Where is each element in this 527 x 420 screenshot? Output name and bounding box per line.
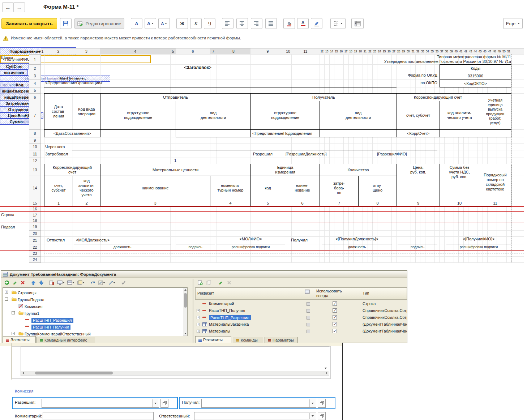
- sheet-cell-okud-value[interactable]: 0315006: [440, 72, 511, 80]
- properties-button[interactable]: [48, 279, 55, 286]
- sheet-cell-m-matval[interactable]: Материальные ценности: [100, 164, 251, 176]
- col-header-27[interactable]: 27: [391, 48, 397, 54]
- sheet-cell-v-empty3[interactable]: [440, 129, 479, 137]
- col-header-use-always[interactable]: Использовать всегда: [316, 289, 356, 299]
- sheet-cell-colnum-5[interactable]: 5: [250, 200, 285, 206]
- col-header-41[interactable]: 41: [458, 48, 463, 54]
- col-header-7[interactable]: 7: [210, 48, 217, 54]
- otvetstvennyi-open-button[interactable]: [318, 412, 326, 420]
- sheet-cell-colnum-3[interactable]: 3: [100, 200, 210, 206]
- sheet-cell-allowed-fio[interactable]: [РазрешилФИО]: [377, 152, 435, 157]
- sheet-cell-h-activ2[interactable]: вид деятельности: [320, 101, 397, 130]
- section-label-Шапка[interactable]: Шапка: [1, 55, 13, 60]
- add-attribute-button[interactable]: [197, 279, 204, 286]
- tree-scrollbar[interactable]: [183, 288, 187, 336]
- col-header-8[interactable]: 8: [217, 48, 251, 54]
- col-header-29[interactable]: 29: [401, 48, 406, 54]
- sheet-cell-lbl-pos1[interactable]: должность: [74, 245, 171, 249]
- col-header-15[interactable]: 15: [334, 48, 339, 54]
- delete-attribute-button[interactable]: [226, 279, 233, 286]
- section-label-Строка[interactable]: Строка: [1, 213, 14, 217]
- sheet-cell-m-unit[interactable]: Единица измерения: [250, 164, 320, 176]
- sheet-cell-v-date[interactable]: <ДатаСоставления>: [44, 129, 100, 137]
- sheet-cell-colnum-10[interactable]: 10: [440, 200, 479, 206]
- sheet-cell-colnum-4[interactable]: 4: [210, 200, 251, 206]
- dialog-titlebar[interactable]: Документ ТребованиеНакладная: ФормаДокум…: [1, 271, 407, 278]
- col-header-25[interactable]: 25: [382, 48, 387, 54]
- sheet-cell-h-sender[interactable]: Отправитель: [100, 93, 251, 101]
- tree-item-Страницы[interactable]: Страницы: [18, 289, 37, 296]
- col-header-11[interactable]: 11: [291, 48, 320, 54]
- use-checkbox-1[interactable]: [307, 330, 310, 333]
- row-header-8[interactable]: 8: [29, 129, 41, 137]
- row-header-11[interactable]: 11: [29, 150, 41, 158]
- row-header-17[interactable]: 17: [29, 211, 41, 218]
- tree-item-РасшТНП_Получил[interactable]: РасшТНП_Получил: [31, 323, 70, 330]
- sheet-cell-lbl-dec1[interactable]: расшифровка подписи: [217, 245, 285, 249]
- use-always-checkbox[interactable]: ✓: [333, 308, 337, 313]
- sheet-cell-colnum-7[interactable]: 7: [320, 200, 359, 206]
- row-expander[interactable]: +: [197, 330, 200, 333]
- align-right-button[interactable]: [251, 18, 262, 29]
- row-header-14[interactable]: 14: [29, 176, 41, 200]
- sheet-cell-h-receiver[interactable]: Получатель: [250, 93, 397, 101]
- sheet-cell-lbl-sign1[interactable]: подпись: [176, 245, 215, 249]
- use-checkbox-1[interactable]: [307, 316, 310, 320]
- font-size-decrease-button[interactable]: А: [158, 18, 170, 29]
- sheet-cell-through[interactable]: Через кого: [45, 145, 81, 150]
- stretch-button[interactable]: [107, 279, 116, 286]
- tab-Параметры[interactable]: Параметры: [265, 337, 298, 343]
- layout-button[interactable]: [66, 279, 76, 286]
- row-header-16[interactable]: 16: [29, 206, 41, 212]
- sheet-cell-colnum-2[interactable]: 2: [73, 200, 100, 206]
- row-header-19[interactable]: 19: [29, 223, 41, 231]
- sheet-cell-mol-fio[interactable]: <МОЛФИО>: [217, 237, 285, 243]
- sheet-cell-m-req[interactable]: затре- бова- но: [320, 176, 359, 200]
- row-header-4[interactable]: 4: [29, 80, 41, 87]
- sheet-cell-h-opcode[interactable]: Код вида операции: [73, 93, 100, 130]
- tree-item-ГруппаПодвал[interactable]: ГруппаПодвал: [18, 296, 44, 303]
- row-header-20[interactable]: 20: [29, 230, 41, 237]
- poluchil-open-button[interactable]: [318, 399, 326, 408]
- sheet-cell-h-activ1[interactable]: вид деятельности: [176, 101, 251, 130]
- col-header-35[interactable]: 35: [430, 48, 435, 54]
- align-center-button[interactable]: [236, 18, 248, 29]
- col-header-36[interactable]: 36: [434, 48, 440, 54]
- row-header-9[interactable]: 9: [29, 137, 41, 143]
- add-button[interactable]: [3, 279, 10, 286]
- col-header-39[interactable]: 39: [449, 48, 454, 54]
- edit-item-button[interactable]: [11, 279, 18, 286]
- col-header-48[interactable]: 48: [492, 48, 497, 54]
- tab-Командный интерфейс[interactable]: Командный интерфейс: [37, 337, 95, 343]
- edit-mode-button[interactable]: Редактирование: [74, 18, 124, 29]
- sheet-cell-v-corr[interactable]: <КоррСчет>: [397, 129, 440, 137]
- row-header-15[interactable]: 15: [29, 200, 41, 206]
- tab-Реквизиты[interactable]: Реквизиты: [195, 336, 231, 343]
- sheet-cell-zagolovok[interactable]: <Заголовок>: [100, 65, 295, 71]
- razreshil-input[interactable]: [42, 399, 159, 408]
- row-header-21[interactable]: 21: [29, 236, 41, 244]
- dropdown-button[interactable]: [309, 413, 316, 419]
- move-down-button[interactable]: [38, 279, 45, 286]
- sheet-cell-got-pos2[interactable]: <[ПолучилДолжность]>: [322, 237, 392, 243]
- sheet-cell-h-struct1[interactable]: структурное подразделение: [100, 101, 176, 130]
- row-header-2[interactable]: 2: [29, 64, 41, 72]
- bold-button[interactable]: Ж: [176, 18, 188, 29]
- col-header-6[interactable]: 6: [176, 48, 210, 54]
- sheet-cell-m-corr2[interactable]: Корреспондирующий счет: [44, 164, 100, 176]
- col-header-33[interactable]: 33: [420, 48, 425, 54]
- named-areas-button[interactable]: [351, 18, 364, 29]
- form-designer-dialog[interactable]: Документ ТребованиеНакладная: ФормаДокум…: [1, 270, 407, 343]
- sheet-cell-got-fio2[interactable]: <[ПолучилФИО]>: [446, 237, 511, 243]
- sheet-cell-v-empty2[interactable]: [320, 129, 397, 137]
- copy-attribute-button[interactable]: [205, 279, 213, 286]
- col-header-46[interactable]: 46: [483, 48, 488, 54]
- tree-item-Комиссия[interactable]: Комиссия: [25, 303, 42, 310]
- sheet-cell-sub-one[interactable]: 1: [173, 158, 178, 163]
- underline-button[interactable]: Ч: [204, 18, 215, 29]
- col-header-22[interactable]: 22: [368, 48, 373, 54]
- col-header-5[interactable]: 5: [170, 48, 176, 54]
- resize-button[interactable]: [97, 279, 106, 286]
- col-header-44[interactable]: 44: [473, 48, 478, 54]
- col-header-23[interactable]: 23: [372, 48, 377, 54]
